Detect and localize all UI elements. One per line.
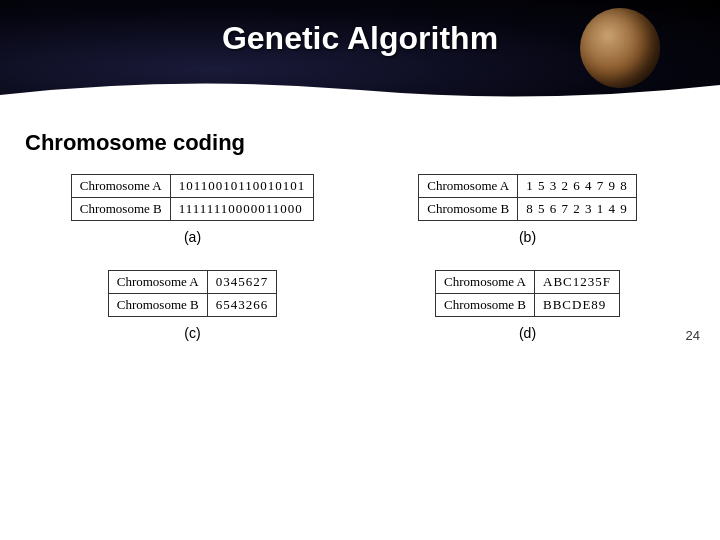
table-row: Chromosome A ABC1235F: [436, 271, 620, 294]
table-section-a: Chromosome A 10110010110010101 Chromosom…: [25, 174, 360, 245]
chrom-b-value-d: BBCDE89: [535, 294, 620, 317]
table-a-label: (a): [184, 229, 201, 245]
page-number: 24: [686, 328, 700, 343]
chrom-a-label-b: Chromosome A: [419, 175, 518, 198]
chrom-b-value-c: 6543266: [207, 294, 277, 317]
chrom-a-value-d: ABC1235F: [535, 271, 620, 294]
chrom-b-value-a: 11111110000011000: [170, 198, 314, 221]
table-row: Chromosome B BBCDE89: [436, 294, 620, 317]
table-row: Chromosome A 0345627: [108, 271, 276, 294]
chrom-a-value-c: 0345627: [207, 271, 277, 294]
chrom-b-value-b: 8 5 6 7 2 3 1 4 9: [518, 198, 637, 221]
chrom-a-value-b: 1 5 3 2 6 4 7 9 8: [518, 175, 637, 198]
table-section-d: Chromosome A ABC1235F Chromosome B BBCDE…: [360, 270, 695, 341]
chrom-b-label-c: Chromosome B: [108, 294, 207, 317]
header: Genetic Algorithm: [0, 0, 720, 115]
chrom-a-label-d: Chromosome A: [436, 271, 535, 294]
table-section-c: Chromosome A 0345627 Chromosome B 654326…: [25, 270, 360, 341]
chrom-b-label-b: Chromosome B: [419, 198, 518, 221]
table-a: Chromosome A 10110010110010101 Chromosom…: [71, 174, 315, 221]
chrom-a-value-a: 10110010110010101: [170, 175, 314, 198]
table-c-label: (c): [184, 325, 200, 341]
tables-grid: Chromosome A 10110010110010101 Chromosom…: [25, 174, 695, 341]
table-row: Chromosome B 6543266: [108, 294, 276, 317]
table-d-label: (d): [519, 325, 536, 341]
table-row: Chromosome B 11111110000011000: [71, 198, 314, 221]
table-row: Chromosome A 1 5 3 2 6 4 7 9 8: [419, 175, 636, 198]
table-d: Chromosome A ABC1235F Chromosome B BBCDE…: [435, 270, 620, 317]
table-c: Chromosome A 0345627 Chromosome B 654326…: [108, 270, 277, 317]
header-wave: [0, 75, 720, 115]
chrom-b-label-a: Chromosome B: [71, 198, 170, 221]
chrom-b-label-d: Chromosome B: [436, 294, 535, 317]
page-title: Genetic Algorithm: [0, 0, 720, 57]
chrom-a-label-c: Chromosome A: [108, 271, 207, 294]
table-row: Chromosome A 10110010110010101: [71, 175, 314, 198]
table-section-b: Chromosome A 1 5 3 2 6 4 7 9 8 Chromosom…: [360, 174, 695, 245]
section-heading: Chromosome coding: [25, 130, 695, 156]
table-b-label: (b): [519, 229, 536, 245]
chrom-a-label-a: Chromosome A: [71, 175, 170, 198]
table-row: Chromosome B 8 5 6 7 2 3 1 4 9: [419, 198, 636, 221]
content-area: Chromosome coding Chromosome A 101100101…: [0, 115, 720, 351]
table-b: Chromosome A 1 5 3 2 6 4 7 9 8 Chromosom…: [418, 174, 636, 221]
